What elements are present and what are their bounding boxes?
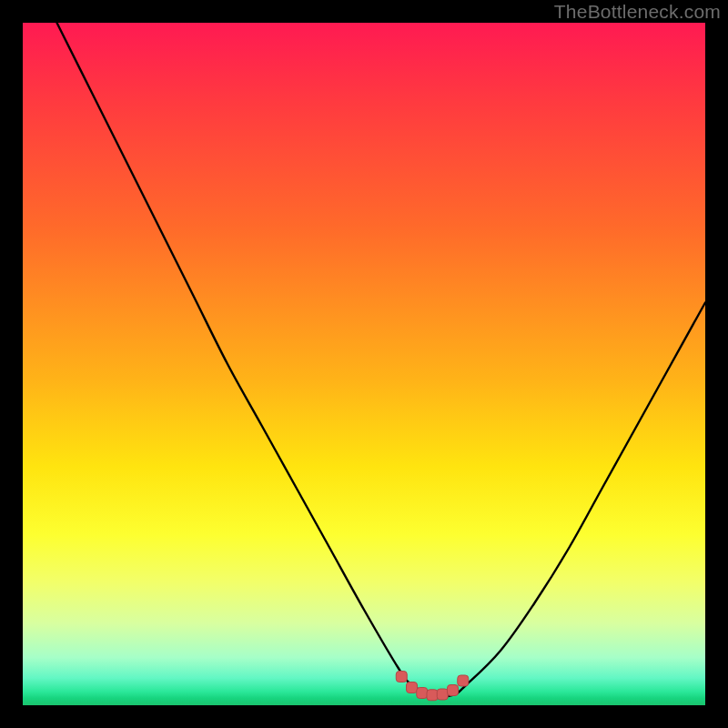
trough-marker — [417, 688, 428, 699]
trough-marker — [448, 685, 459, 696]
chart-svg — [23, 23, 705, 705]
watermark-text: TheBottleneck.com — [554, 1, 721, 23]
bottleneck-curve — [57, 23, 706, 696]
trough-marker — [437, 689, 448, 700]
plot-area — [23, 23, 705, 705]
trough-marker — [427, 690, 438, 701]
trough-marker — [396, 672, 407, 682]
trough-marker — [458, 675, 469, 686]
trough-marker — [407, 682, 418, 693]
trough-marker-group — [396, 672, 469, 701]
chart-frame: TheBottleneck.com — [0, 0, 728, 728]
